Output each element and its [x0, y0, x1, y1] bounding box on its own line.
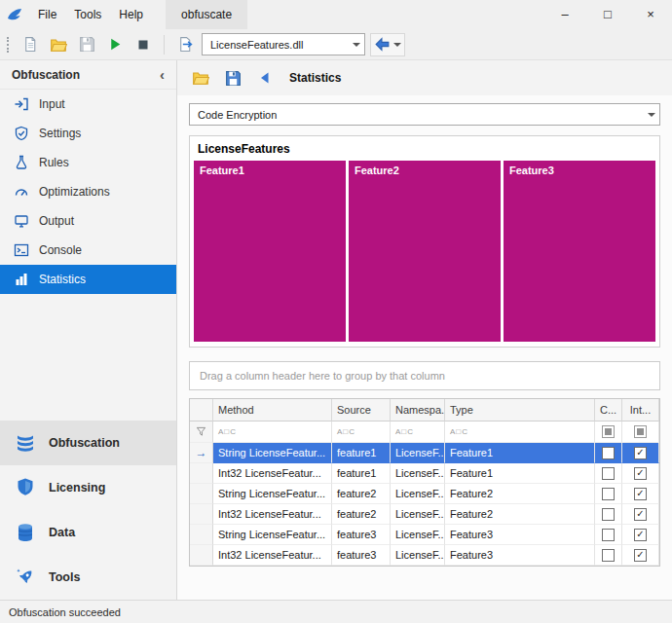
- cell-source[interactable]: feature1: [332, 463, 391, 484]
- minimize-button[interactable]: –: [543, 0, 586, 29]
- grid-row[interactable]: String LicenseFeatur... feature3 License…: [190, 525, 659, 545]
- module-tools[interactable]: Tools: [0, 555, 176, 600]
- cell-type[interactable]: Feature1: [445, 443, 595, 463]
- checkbox[interactable]: ✓: [634, 488, 647, 500]
- cell-method[interactable]: String LicenseFeatur...: [213, 443, 332, 463]
- cell-method[interactable]: String LicenseFeatur...: [213, 484, 332, 504]
- cell-namespace[interactable]: LicenseF...: [391, 463, 445, 484]
- cell-c-checkbox[interactable]: [595, 504, 622, 525]
- back-arrow-split-button[interactable]: [370, 33, 405, 56]
- menu-file[interactable]: File: [29, 0, 65, 29]
- stop-button[interactable]: [131, 33, 155, 56]
- sidebar-item-input[interactable]: Input: [0, 90, 176, 119]
- filter-cell-c[interactable]: [595, 421, 622, 443]
- cell-c-checkbox[interactable]: [595, 484, 622, 504]
- checkbox[interactable]: [602, 488, 615, 500]
- checkbox[interactable]: ✓: [634, 467, 647, 480]
- checkbox[interactable]: ✓: [634, 529, 647, 541]
- sidebar-item-rules[interactable]: Rules: [0, 148, 176, 177]
- treemap-block-feature2[interactable]: Feature2: [349, 161, 501, 342]
- cell-namespace[interactable]: LicenseF...: [391, 443, 445, 463]
- cell-type[interactable]: Feature1: [445, 463, 595, 484]
- module-licensing[interactable]: Licensing: [0, 465, 176, 510]
- treemap-block-feature1[interactable]: Feature1: [194, 161, 346, 342]
- sidebar-item-statistics[interactable]: Statistics: [0, 265, 176, 294]
- module-data[interactable]: Data: [0, 510, 176, 555]
- cell-source[interactable]: feature2: [332, 484, 391, 504]
- cell-method[interactable]: Int32 LicenseFeatur...: [213, 545, 332, 566]
- assembly-combobox[interactable]: LicenseFeatures.dll: [202, 33, 365, 55]
- run-obfuscation-button[interactable]: [103, 33, 127, 56]
- close-button[interactable]: ×: [629, 0, 672, 29]
- cell-namespace[interactable]: LicenseF...: [391, 504, 445, 525]
- cell-namespace[interactable]: LicenseF...: [391, 484, 445, 504]
- maximize-button[interactable]: □: [586, 0, 629, 29]
- cell-type[interactable]: Feature3: [445, 525, 595, 545]
- cell-int-checkbox[interactable]: ✓: [622, 525, 659, 545]
- checkbox[interactable]: [602, 529, 615, 541]
- checkbox[interactable]: [602, 549, 615, 562]
- cell-int-checkbox[interactable]: ✓: [622, 504, 659, 525]
- cell-int-checkbox[interactable]: ✓: [622, 484, 659, 504]
- toolbar-grip-handle[interactable]: [7, 37, 11, 53]
- checkbox[interactable]: ✓: [634, 549, 647, 562]
- column-header-method[interactable]: Method: [213, 399, 332, 421]
- new-project-button[interactable]: [19, 33, 42, 56]
- menu-help[interactable]: Help: [110, 0, 152, 29]
- save-project-button[interactable]: [75, 33, 98, 56]
- save-statistics-button[interactable]: [221, 66, 244, 90]
- cell-int-checkbox[interactable]: ✓: [622, 545, 659, 566]
- cell-c-checkbox[interactable]: [595, 525, 622, 545]
- checkbox[interactable]: [602, 447, 615, 459]
- filter-cell-int[interactable]: [622, 421, 659, 443]
- cell-source[interactable]: feature1: [332, 443, 391, 463]
- sidebar-item-settings[interactable]: Settings: [0, 119, 176, 148]
- encryption-mode-dropdown[interactable]: [643, 104, 659, 125]
- open-statistics-button[interactable]: [189, 66, 212, 90]
- navigate-back-button[interactable]: [253, 66, 277, 90]
- column-header-namespace[interactable]: Namespa...: [391, 399, 445, 421]
- column-header-int[interactable]: Int...: [622, 399, 659, 421]
- module-obfuscation[interactable]: Obfuscation: [0, 421, 176, 465]
- encryption-mode-combobox[interactable]: Code Encryption: [189, 103, 660, 126]
- cell-type[interactable]: Feature2: [445, 484, 595, 504]
- cell-c-checkbox[interactable]: [595, 463, 622, 484]
- filter-cell-namespace[interactable]: A□C: [391, 421, 445, 443]
- checkbox[interactable]: ✓: [634, 447, 647, 459]
- grid-row[interactable]: Int32 LicenseFeatur... feature1 LicenseF…: [190, 463, 659, 484]
- cell-method[interactable]: Int32 LicenseFeatur...: [213, 504, 332, 525]
- sidebar-item-output[interactable]: Output: [0, 206, 176, 236]
- cell-source[interactable]: feature3: [332, 545, 391, 566]
- column-header-c[interactable]: C...: [595, 399, 622, 421]
- cell-int-checkbox[interactable]: ✓: [622, 443, 659, 463]
- cell-method[interactable]: String LicenseFeatur...: [213, 525, 332, 545]
- cell-namespace[interactable]: LicenseF...: [391, 545, 445, 566]
- checkbox[interactable]: ✓: [634, 508, 647, 521]
- cell-int-checkbox[interactable]: ✓: [622, 463, 659, 484]
- grid-row[interactable]: Int32 LicenseFeatur... feature3 LicenseF…: [190, 545, 659, 566]
- grid-row[interactable]: → String LicenseFeatur... feature1 Licen…: [190, 443, 659, 463]
- open-project-button[interactable]: [47, 33, 70, 56]
- sidebar-item-console[interactable]: Console: [0, 236, 176, 265]
- treemap-block-feature3[interactable]: Feature3: [504, 161, 655, 342]
- column-header-type[interactable]: Type: [445, 399, 595, 421]
- menu-tools[interactable]: Tools: [65, 0, 110, 29]
- export-assembly-button[interactable]: [173, 33, 197, 56]
- assembly-combobox-dropdown[interactable]: [348, 34, 364, 55]
- filter-cell-type[interactable]: A□C: [445, 421, 595, 443]
- cell-c-checkbox[interactable]: [595, 545, 622, 566]
- grid-row[interactable]: Int32 LicenseFeatur... feature2 LicenseF…: [190, 504, 659, 525]
- group-by-panel[interactable]: Drag a column header here to group by th…: [189, 361, 660, 390]
- back-arrow-dropdown-icon[interactable]: [393, 43, 401, 47]
- cell-namespace[interactable]: LicenseF...: [391, 525, 445, 545]
- sidebar-item-optimizations[interactable]: Optimizations: [0, 177, 176, 206]
- checkbox[interactable]: [602, 467, 615, 480]
- cell-c-checkbox[interactable]: [595, 443, 622, 463]
- sidebar-collapse-button[interactable]: ‹: [160, 66, 165, 83]
- filter-cell-method[interactable]: A□C: [213, 421, 332, 443]
- filter-cell-source[interactable]: A□C: [332, 421, 391, 443]
- checkbox[interactable]: [602, 508, 615, 521]
- grid-row[interactable]: String LicenseFeatur... feature2 License…: [190, 484, 659, 504]
- cell-type[interactable]: Feature3: [445, 545, 595, 566]
- cell-source[interactable]: feature2: [332, 504, 391, 525]
